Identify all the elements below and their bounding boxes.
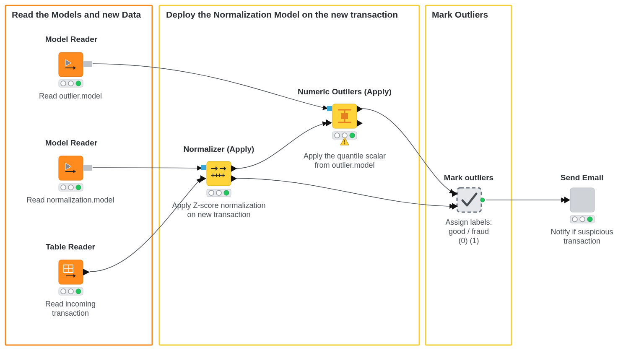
- svg-point-25: [580, 217, 585, 222]
- input-port-data-icon: [326, 119, 332, 126]
- node-normalizer-desc2: on new transaction: [187, 210, 250, 219]
- edge-normalizer-markoutliers: [235, 178, 454, 206]
- node-model-reader-1-title: Model Reader: [45, 35, 98, 44]
- svg-point-16: [224, 190, 229, 195]
- port-stub-icon: [83, 165, 92, 171]
- status-indicator: [59, 184, 83, 191]
- node-table-reader[interactable]: Table Reader Read incoming transaction: [45, 242, 96, 317]
- edge-modelreader2-normalizer: [93, 168, 202, 168]
- node-table-reader-desc1: Read incoming: [45, 300, 96, 308]
- node-mark-outliers-title: Mark outliers: [444, 173, 493, 182]
- node-model-reader-2-body[interactable]: [59, 156, 83, 180]
- node-mark-outliers-desc3: (0) (1): [459, 236, 479, 245]
- node-normalizer-body[interactable]: [207, 161, 231, 186]
- node-mark-outliers-desc1: Assign labels:: [445, 218, 492, 226]
- edge-numericoutliers-markoutliers: [361, 109, 454, 193]
- node-normalizer-title: Normalizer (Apply): [184, 145, 254, 153]
- node-numeric-outliers-title: Numeric Outliers (Apply): [298, 87, 392, 96]
- port-stub-icon: [83, 61, 92, 67]
- node-model-reader-1[interactable]: Model Reader Read outlier.model: [39, 35, 102, 100]
- group-read-title: Read the Models and new Data: [12, 10, 141, 19]
- output-port-icon: [357, 106, 363, 112]
- status-indicator: [570, 215, 595, 223]
- svg-point-19: [335, 133, 340, 138]
- node-send-email-body[interactable]: [570, 188, 595, 212]
- input-port-model-icon: [327, 106, 332, 111]
- workflow-canvas[interactable]: Read the Models and new Data Deploy the …: [0, 0, 644, 353]
- svg-point-3: [76, 81, 81, 86]
- svg-point-1: [61, 81, 66, 86]
- node-table-reader-desc2: transaction: [52, 309, 89, 317]
- input-port-data-icon: [200, 175, 206, 182]
- node-model-reader-1-body[interactable]: [59, 52, 83, 77]
- svg-point-22: [344, 143, 345, 145]
- group-mark-title: Mark Outliers: [432, 10, 488, 19]
- output-port-icon: [231, 175, 237, 182]
- edge-tablereader-normalizer: [90, 178, 201, 272]
- svg-point-6: [68, 185, 73, 190]
- svg-point-21: [350, 133, 355, 138]
- node-model-reader-2[interactable]: Model Reader Read normalization.model: [26, 138, 114, 204]
- svg-point-12: [76, 289, 81, 294]
- node-table-reader-title: Table Reader: [46, 242, 96, 251]
- node-send-email[interactable]: Send Email Notify if suspicious transact…: [551, 173, 613, 245]
- node-send-email-desc2: transaction: [564, 237, 600, 245]
- node-numeric-outliers-desc1: Apply the quantile scalar: [304, 152, 386, 160]
- node-mark-outliers-desc2: good / fraud: [449, 227, 489, 236]
- node-model-reader-2-desc: Read normalization.model: [26, 196, 114, 204]
- output-port-icon: [231, 165, 237, 172]
- svg-point-7: [76, 185, 81, 190]
- node-model-reader-1-desc: Read outlier.model: [39, 92, 102, 100]
- node-send-email-desc1: Notify if suspicious: [551, 228, 613, 236]
- input-port-icon: [564, 197, 570, 203]
- group-deploy: [159, 5, 419, 345]
- svg-point-11: [68, 289, 73, 294]
- node-normalizer-desc1: Apply Z-score normalization: [172, 201, 265, 210]
- node-model-reader-2-title: Model Reader: [45, 138, 98, 147]
- svg-point-2: [68, 81, 73, 86]
- svg-point-24: [572, 217, 577, 222]
- node-mark-outliers[interactable]: Mark outliers Assign labels: good / frau…: [444, 173, 493, 245]
- output-port-icon: [357, 120, 363, 127]
- edge-modelreader1-numericoutliers: [93, 64, 327, 109]
- input-port-icon: [452, 190, 458, 197]
- svg-point-26: [587, 217, 592, 222]
- node-normalizer[interactable]: Normalizer (Apply) Apply Z-score normali…: [172, 145, 265, 219]
- status-indicator: [207, 189, 231, 197]
- svg-point-10: [61, 289, 66, 294]
- svg-point-15: [216, 190, 221, 195]
- input-port-model-icon: [201, 165, 206, 170]
- svg-rect-17: [341, 113, 348, 119]
- svg-point-5: [61, 185, 66, 190]
- node-numeric-outliers-desc2: from outlier.model: [314, 161, 374, 169]
- node-send-email-title: Send Email: [561, 173, 603, 182]
- status-indicator: [59, 288, 83, 295]
- svg-point-14: [209, 190, 214, 195]
- node-mark-outliers-body[interactable]: [457, 188, 481, 212]
- output-port-icon: [83, 269, 90, 275]
- status-indicator: [59, 80, 83, 87]
- group-deploy-title: Deploy the Normalization Model on the ne…: [166, 10, 398, 19]
